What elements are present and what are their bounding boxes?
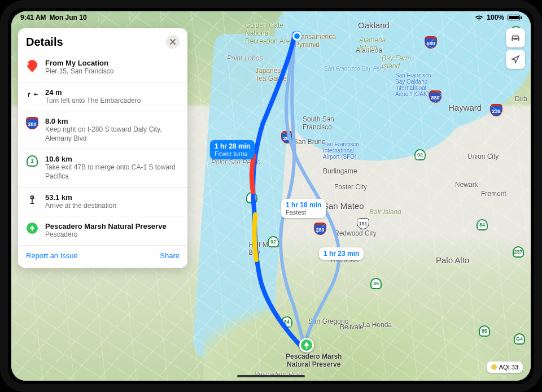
route-callout-title: 1 hr 28 min: [215, 142, 250, 150]
airport-label: San Francisco International Airport (SFO…: [323, 141, 359, 160]
status-bar: 9:41 AM Mon Jun 10 100%: [11, 11, 531, 24]
highway-shield-state: 84: [281, 316, 292, 328]
bay-region: [215, 11, 531, 181]
highway-shield-state: 92: [414, 149, 426, 160]
step-sub: Pier 15, San Francisco: [45, 67, 113, 76]
close-button[interactable]: [166, 35, 180, 49]
city-label: Dub: [515, 95, 527, 103]
city-label: Fremont: [481, 190, 506, 198]
landmark-label: Bair Island: [369, 208, 401, 216]
screen: 9:41 AM Mon Jun 10 100%: [11, 11, 531, 381]
ocean-region: [192, 34, 294, 361]
point-label: Point San Pedro: [211, 158, 260, 166]
route-callout-title: 1 hr 23 min: [324, 250, 359, 258]
status-date: Mon Jun 10: [50, 14, 87, 21]
status-time: 9:41 AM: [20, 14, 46, 21]
report-issue-link[interactable]: Report an Issue: [26, 251, 78, 260]
highway-shield-state: 237: [513, 246, 524, 258]
route-callout-alt2[interactable]: 1 hr 23 min: [319, 247, 364, 260]
highway-shield-interstate: 238: [490, 104, 502, 116]
landmark-label: Bay Farm Island: [382, 54, 411, 70]
arrive-icon: [26, 193, 38, 206]
route-callout-alt1[interactable]: 1 hr 18 min Fastest: [281, 199, 326, 218]
panel-title: Details: [26, 36, 63, 49]
step-title: Pescadero Marsh Natural Preserve: [45, 222, 167, 230]
highway-shield-state: 85: [479, 325, 490, 337]
aqi-value: AQI 33: [499, 364, 518, 371]
city-label: San Bruno: [294, 138, 326, 146]
city-label: South San Francisco: [303, 115, 334, 131]
point-label: Point Lobos: [227, 54, 263, 62]
city-label: Newark: [455, 181, 478, 189]
city-label: Redwood City: [334, 229, 377, 237]
city-label: Foster City: [334, 183, 367, 191]
route-callout-selected[interactable]: 1 hr 28 min Fewer turns: [210, 140, 255, 159]
direction-step[interactable]: 1 10.6 km Take exit 47B to merge onto CA…: [18, 149, 187, 186]
step-sub: Pescadero: [45, 230, 167, 239]
start-pin-icon: ●: [26, 59, 38, 71]
step-title: 53.1 km: [45, 193, 116, 202]
location-arrow-icon: [511, 55, 520, 64]
highway-shield-interstate: 280: [314, 223, 326, 235]
wifi-icon: [475, 14, 483, 22]
city-label: San Gregorio: [308, 317, 348, 325]
step-title: 24 m: [45, 88, 141, 97]
interstate-shield-icon: 280: [26, 117, 38, 129]
step-title: From My Location: [45, 59, 113, 67]
ferry-label: San Francisco Bay Ferry: [324, 66, 386, 72]
airport-label: San Francisco Bay Oakland International …: [395, 72, 431, 97]
aqi-badge[interactable]: AQI 33: [487, 361, 523, 373]
aqi-dot-icon: [491, 364, 497, 370]
landmark-label: Alameda Island: [359, 36, 386, 52]
city-label: Palo Alto: [436, 255, 469, 265]
city-label: Half Moon Bay: [248, 241, 279, 256]
highway-shield-state: 84: [477, 219, 488, 230]
state-shield-icon: 1: [26, 155, 38, 167]
highway-shield-state: 1: [246, 192, 257, 203]
highway-shield-us: 101: [357, 218, 369, 229]
home-indicator[interactable]: [237, 375, 305, 377]
driving-mode-button[interactable]: [506, 28, 525, 47]
turn-left-icon: [26, 88, 38, 101]
city-label: Hayward: [448, 103, 482, 112]
close-icon: [170, 39, 176, 45]
city-label: Union City: [467, 153, 499, 160]
step-sub: Take exit 47B to merge onto CA-1 S towar…: [45, 163, 180, 181]
direction-step[interactable]: 53.1 km Arrive at the destination: [18, 187, 187, 216]
device-frame: 9:41 AM Mon Jun 10 100%: [0, 0, 542, 392]
destination-icon: [26, 222, 38, 234]
highway-shield-interstate: 880: [429, 90, 442, 103]
battery-icon: [508, 15, 522, 20]
route-callout-title: 1 hr 18 min: [286, 201, 321, 209]
svg-point-1: [32, 197, 33, 198]
direction-step[interactable]: Pescadero Marsh Natural Preserve Pescade…: [18, 216, 187, 245]
city-label: San Mateo: [323, 201, 364, 211]
highway-shield-state: G4: [514, 333, 525, 345]
locate-me-button[interactable]: [506, 50, 525, 69]
route-callout-sub: Fastest: [286, 209, 321, 216]
direction-step[interactable]: 280 8.0 km Keep right on I-280 S toward …: [18, 111, 187, 149]
start-location-pin[interactable]: [292, 32, 301, 41]
details-panel: Details ● From My Location Pier 15, San …: [18, 28, 187, 268]
directions-list[interactable]: ● From My Location Pier 15, San Francisc…: [18, 53, 187, 245]
battery-percent: 100%: [487, 14, 504, 21]
step-sub: Turn left onto The Embarcadero: [45, 97, 141, 106]
step-title: 8.0 km: [45, 117, 180, 125]
destination-pin[interactable]: [299, 338, 314, 352]
direction-step[interactable]: 24 m Turn left onto The Embarcadero: [18, 82, 187, 111]
city-label: Burlingame: [323, 167, 357, 175]
city-label: Bellvale: [340, 323, 364, 331]
hills-region: [203, 223, 531, 381]
city-label: Alameda: [356, 46, 382, 54]
direction-step[interactable]: ● From My Location Pier 15, San Francisc…: [18, 53, 187, 82]
highway-shield-interstate: 580: [425, 36, 437, 49]
landmark-label: Japanese Tea Garden: [255, 67, 291, 82]
step-sub: Arrive at the destination: [45, 202, 116, 211]
landmark-label: Golden Gate National Recreation Area: [245, 21, 294, 45]
highway-shield-state: 35: [370, 278, 382, 289]
highway-shield-interstate: 280: [281, 131, 294, 143]
route-callout-sub: Fewer turns: [215, 150, 250, 157]
city-label: La Honda: [362, 321, 392, 329]
share-link[interactable]: Share: [160, 251, 180, 260]
highway-shield-state: 92: [268, 236, 279, 247]
